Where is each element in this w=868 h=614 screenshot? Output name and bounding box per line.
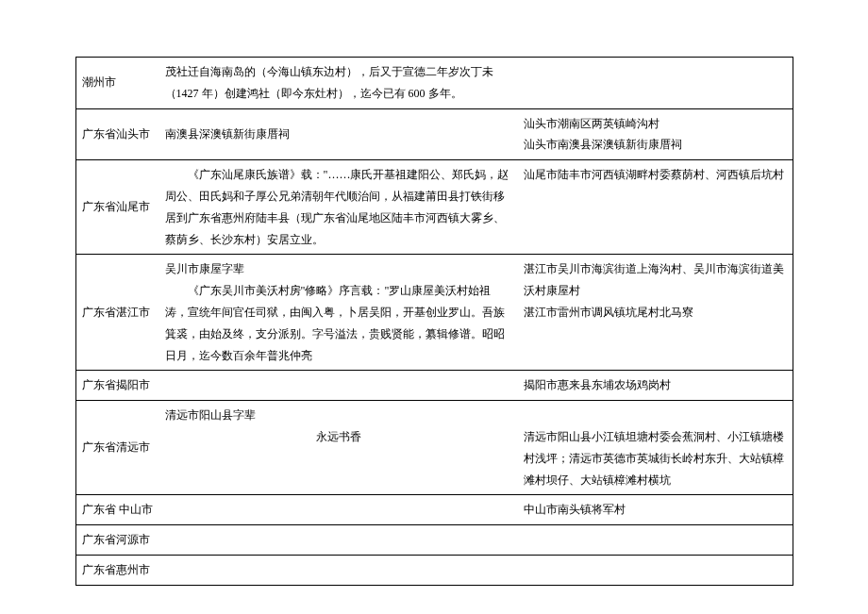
table-row: 广东省 中山市 中山市南头镇将军村	[76, 495, 793, 525]
cell-region: 广东省湛江市	[76, 255, 159, 371]
cell-loc	[518, 525, 793, 556]
cell-desc: 茂社迁自海南岛的（今海山镇东边村），后又于宣德二年岁次丁未（1427 年）创建鸿…	[159, 58, 518, 109]
cell-region: 广东省惠州市	[76, 555, 159, 585]
cell-region: 潮州市	[76, 58, 159, 109]
cell-region: 广东省河源市	[76, 525, 159, 556]
cell-desc: 清远市阳山县字辈 永远书香	[159, 401, 518, 495]
table-row: 潮州市 茂社迁自海南岛的（今海山镇东边村），后又于宣德二年岁次丁未（1427 年…	[76, 58, 793, 109]
cell-desc	[159, 371, 518, 401]
table-row: 广东省湛江市 吴川市康屋字辈 《广东吴川市美沃村房"修略》序言载："罗山康屋美沃…	[76, 255, 793, 371]
cell-desc	[159, 525, 518, 556]
cell-loc: 清远市阳山县小江镇坦塘村委会蕉洞村、小江镇塘楼村浅坪；清远市英德市英城街长岭村东…	[518, 401, 793, 495]
cell-desc: 南澳县深澳镇新街康厝祠	[159, 108, 518, 160]
cell-loc: 汕头市潮南区两英镇崎沟村 汕头市南澳县深澳镇新街康厝祠	[518, 108, 793, 160]
cell-desc	[159, 495, 518, 525]
table-row: 广东省汕头市 南澳县深澳镇新街康厝祠 汕头市潮南区两英镇崎沟村 汕头市南澳县深澳…	[76, 108, 793, 160]
cell-loc: 中山市南头镇将军村	[518, 495, 793, 525]
cell-loc: 湛江市吴川市海滨街道上海沟村、吴川市海滨街道美沃村康屋村 湛江市雷州市调风镇坑尾…	[518, 255, 793, 371]
cell-region: 广东省汕尾市	[76, 160, 159, 255]
cell-desc	[159, 555, 518, 585]
cell-region: 广东省清远市	[76, 401, 159, 495]
cell-loc	[518, 58, 793, 109]
table-row: 广东省汕尾市 《广东汕尾康氏族谱》载："……康氏开基祖建阳公、郑氏妈，赵周公、田…	[76, 160, 793, 255]
table-row: 广东省揭阳市 揭阳市惠来县东埔农场鸡岗村	[76, 371, 793, 401]
cell-region: 广东省揭阳市	[76, 371, 159, 401]
table-row: 广东省河源市	[76, 525, 793, 556]
cell-desc: 吴川市康屋字辈 《广东吴川市美沃村房"修略》序言载："罗山康屋美沃村始祖涛，宣统…	[159, 255, 518, 371]
cell-loc: 揭阳市惠来县东埔农场鸡岗村	[518, 371, 793, 401]
cell-region: 广东省汕头市	[76, 108, 159, 160]
cell-desc: 《广东汕尾康氏族谱》载："……康氏开基祖建阳公、郑氏妈，赵周公、田氏妈和子厚公兄…	[159, 160, 518, 255]
table-row: 广东省清远市 清远市阳山县字辈 永远书香 清远市阳山县小江镇坦塘村委会蕉洞村、小…	[76, 401, 793, 495]
table-body: 潮州市 茂社迁自海南岛的（今海山镇东边村），后又于宣德二年岁次丁未（1427 年…	[76, 58, 793, 586]
cell-loc: 汕尾市陆丰市河西镇湖畔村委蔡荫村、河西镇后坑村	[518, 160, 793, 255]
genealogy-table: 潮州市 茂社迁自海南岛的（今海山镇东边村），后又于宣德二年岁次丁未（1427 年…	[75, 57, 793, 586]
cell-loc	[518, 555, 793, 585]
cell-region: 广东省 中山市	[76, 495, 159, 525]
table-row: 广东省惠州市	[76, 555, 793, 585]
